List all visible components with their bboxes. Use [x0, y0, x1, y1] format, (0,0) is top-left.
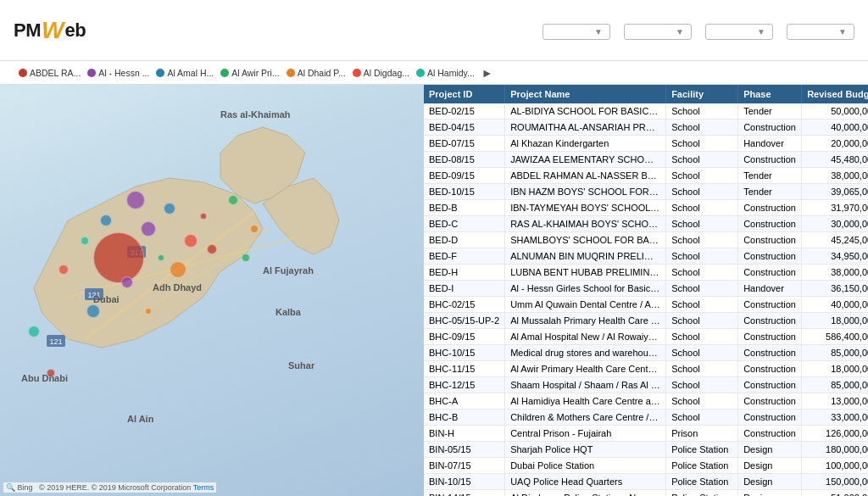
cell-facility-8: School: [666, 232, 738, 248]
header: PM W eb ▼ ▼ ▼: [0, 0, 868, 61]
col-header-facility: Facility: [666, 85, 738, 103]
cell-budget-22: 100,000,000: [802, 458, 868, 474]
col-header-budget: Revised Budget: [802, 85, 868, 103]
map-bubble-14[interactable]: [58, 265, 69, 275]
table-row[interactable]: BED-07/15 Al Khazan Kindergarten School …: [424, 136, 868, 152]
legend-dot-al-digdag: [353, 69, 361, 77]
cell-budget-16: 18,000,000: [802, 361, 868, 377]
table-row[interactable]: BHC-B Children & Mothers Care Centre / S…: [424, 410, 868, 426]
table-row[interactable]: BED-10/15 IBN HAZM BOYS' SCHOOL FOR BASI…: [424, 184, 868, 200]
cell-id-15: BHC-10/15: [424, 345, 505, 361]
cell-name-2: Al Khazan Kindergarten: [505, 136, 666, 152]
table-row[interactable]: BIN-07/15 Dubai Police Station Police St…: [424, 458, 868, 474]
data-table: Project ID Project Name Facility Phase R…: [424, 85, 868, 496]
legend-next-icon[interactable]: ►: [481, 66, 493, 80]
table-row[interactable]: BED-09/15 ABDEL RAHMAN AL-NASSER BOYS'..…: [424, 168, 868, 184]
table-row[interactable]: BED-I Al - Hessn Girles School for Basic…: [424, 281, 868, 297]
legend-item-al-digdag: Al Digdag...: [353, 68, 409, 78]
col-header-phase: Phase: [738, 85, 802, 103]
cell-budget-11: 36,150,000: [802, 281, 868, 297]
table-row[interactable]: BHC-A Al Hamidiya Health Care Centre and…: [424, 393, 868, 410]
map-bubble-10[interactable]: [170, 261, 186, 278]
table-row[interactable]: BHC-12/15 Shaam Hospital / Shaam / Ras A…: [424, 377, 868, 393]
map-bubble-3[interactable]: [228, 195, 238, 205]
map-bubble-16[interactable]: [242, 254, 250, 262]
table-row[interactable]: BED-02/15 AL-BIDIYA SCHOOL FOR BASIC EDU…: [424, 103, 868, 120]
map-bubble-13[interactable]: [200, 213, 207, 220]
table-row[interactable]: BIN-05/15 Sharjah Police HQT Police Stat…: [424, 442, 868, 458]
bing-label: Bing: [18, 483, 33, 492]
cell-name-9: ALNUMAN BIN MUQRIN PRELIMINA...: [505, 248, 666, 265]
map-label-kalba: Kalba: [275, 307, 301, 317]
map-bubble-19[interactable]: [47, 369, 55, 377]
map-svg: 311 121 121: [0, 85, 424, 496]
table-row[interactable]: BIN-H Central Prison - Fujairah Prison C…: [424, 426, 868, 442]
table-row[interactable]: BHC-09/15 Al Amal Hospital New / Al Rowa…: [424, 329, 868, 345]
facility-arrow-icon: ▼: [676, 27, 684, 36]
cell-name-1: ROUMAITHA AL-ANSARIAH PRELIMI...: [505, 120, 666, 136]
map-bubble-15[interactable]: [86, 304, 100, 318]
map-bubble-6[interactable]: [126, 191, 145, 209]
table-row[interactable]: BIN-10/15 UAQ Police Head Quarters Polic…: [424, 474, 868, 490]
cell-budget-20: 126,000,000: [802, 426, 868, 442]
phase-select[interactable]: ▼: [542, 24, 610, 40]
map-bubble-7[interactable]: [100, 215, 112, 226]
table-area[interactable]: Project ID Project Name Facility Phase R…: [424, 85, 868, 496]
cell-facility-11: School: [666, 281, 738, 297]
facility-select[interactable]: ▼: [624, 24, 692, 40]
legend-dot-abdel-ra: [19, 69, 27, 77]
map-bubble-5[interactable]: [184, 234, 198, 248]
legend-bar: ABDEL RA...Al - Hessn ...Al Amal H...Al …: [0, 61, 868, 85]
phase-arrow-icon: ▼: [594, 27, 603, 36]
cell-facility-12: School: [666, 297, 738, 313]
table-row[interactable]: BED-D SHAMLBOYS' SCHOOL FOR BASIC E... S…: [424, 232, 868, 248]
cell-facility-10: School: [666, 265, 738, 281]
table-row[interactable]: BED-04/15 ROUMAITHA AL-ANSARIAH PRELIMI.…: [424, 120, 868, 136]
cell-name-18: Al Hamidiya Health Care Centre and ...: [505, 393, 666, 410]
legend-item-al-amal: Al Amal H...: [156, 68, 214, 78]
period-select[interactable]: ▼: [705, 24, 773, 40]
cell-phase-2: Handover: [738, 136, 802, 152]
legend-label-al-amal: Al Amal H...: [167, 68, 214, 78]
map-bubble-12[interactable]: [121, 276, 133, 288]
projectid-select[interactable]: ▼: [787, 24, 854, 40]
logo-pm: PM: [14, 20, 41, 42]
map-bubble-11[interactable]: [81, 237, 89, 245]
map-bubble-4[interactable]: [250, 225, 259, 233]
map-bubble-17[interactable]: [145, 308, 152, 315]
terms-link[interactable]: Terms: [193, 483, 214, 492]
bing-icon: 🔍: [6, 483, 15, 492]
table-row[interactable]: BIN-14/15 Al Digdagga Police Station - N…: [424, 490, 868, 497]
map-label-adhdhayd: Adh Dhayd: [153, 282, 202, 293]
map-area: 311 121 121 Ras al-Khaimah Dubai Adh Dha…: [0, 85, 424, 496]
table-row[interactable]: BHC-10/15 Medical drug stores and wareho…: [424, 345, 868, 361]
table-row[interactable]: BED-B IBN-TAYMEYAH BOYS' SCHOOL FOR ... …: [424, 200, 868, 216]
cell-budget-10: 38,000,000: [802, 265, 868, 281]
legend-item-al-hamidy: Al Hamidy...: [416, 68, 475, 78]
cell-phase-7: Construction: [738, 216, 802, 232]
cell-budget-1: 40,000,000: [802, 120, 868, 136]
map-bubble-9[interactable]: [207, 244, 217, 254]
cell-phase-13: Construction: [738, 313, 802, 329]
map-bubble-18[interactable]: [28, 326, 40, 337]
table-row[interactable]: BED-C RAS AL-KHAIMAH BOYS' SCHOOL F... S…: [424, 216, 868, 232]
legend-dot-al-awir: [220, 69, 229, 77]
cell-name-6: IBN-TAYMEYAH BOYS' SCHOOL FOR ...: [505, 200, 666, 216]
table-row[interactable]: BED-F ALNUMAN BIN MUQRIN PRELIMINA... Sc…: [424, 248, 868, 265]
map-bubble-1[interactable]: [141, 221, 156, 237]
map-bubble-2[interactable]: [164, 203, 175, 215]
cell-id-21: BIN-05/15: [424, 442, 505, 458]
map-bubble-0[interactable]: [93, 232, 144, 283]
cell-phase-5: Tender: [738, 184, 802, 200]
table-row[interactable]: BHC-11/15 Al Awir Primary Health Care Ce…: [424, 361, 868, 377]
table-row[interactable]: BHC-05/15-UP-2 Al Mussalah Primary Healt…: [424, 313, 868, 329]
table-row[interactable]: BHC-02/15 Umm Al Quwain Dental Centre / …: [424, 297, 868, 313]
map-bubble-8[interactable]: [158, 254, 164, 261]
cell-id-9: BED-F: [424, 248, 505, 265]
table-row[interactable]: BED-H LUBNA BENT HUBAB PRELIMINARY ... S…: [424, 265, 868, 281]
cell-facility-15: School: [666, 345, 738, 361]
legend-label-al-hamidy: Al Hamidy...: [427, 68, 475, 78]
cell-phase-14: Construction: [738, 329, 802, 345]
legend-dot-al-hamidy: [416, 69, 425, 77]
table-row[interactable]: BED-08/15 JAWIZAA ELEMENTARY SCHOOL FOR.…: [424, 152, 868, 168]
